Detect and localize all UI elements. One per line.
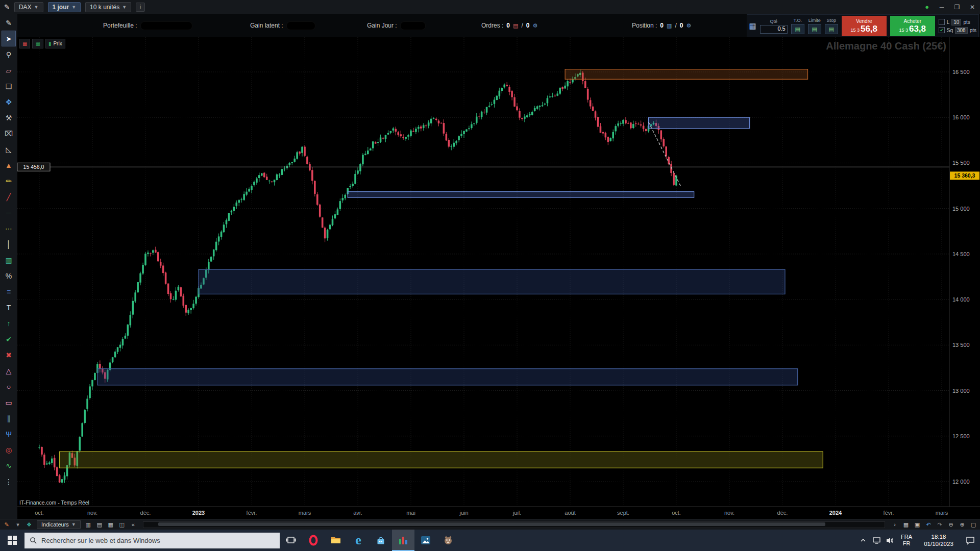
fullscreen-icon[interactable]: ▢ (969, 520, 978, 529)
validate-icon[interactable]: ✔ (2, 331, 16, 347)
measure-icon[interactable]: % (2, 268, 16, 284)
units-dropdown[interactable]: 10 k unités ▼ (85, 2, 131, 12)
demand-zone-yellow[interactable] (60, 452, 823, 468)
move-icon[interactable]: ✥ (2, 94, 16, 110)
volume-tray-button[interactable] (883, 530, 896, 551)
limit-button[interactable]: ▤ (808, 24, 821, 34)
tools-icon[interactable]: ⚒ (2, 110, 16, 126)
demand-zone-thin[interactable] (348, 192, 694, 198)
taskbar-search-input[interactable]: Rechercher sur le web et dans Windows (24, 533, 280, 548)
spread-value: 10 (951, 19, 961, 26)
dotted-line-icon[interactable]: ⋯ (2, 220, 16, 236)
edit-pencil-icon[interactable]: ✎ (4, 3, 10, 11)
eraser-icon[interactable]: ▱ (2, 62, 16, 78)
timeframe-dropdown[interactable]: 1 jour ▼ (48, 2, 81, 12)
orders-gear-icon[interactable]: ⚙ (532, 22, 537, 29)
demand-zone-low[interactable] (97, 369, 798, 385)
share-icon[interactable]: ❖ (24, 520, 34, 529)
set-square-icon[interactable]: ◺ (2, 141, 16, 157)
file-explorer-button[interactable] (325, 530, 347, 551)
chart-tab-green[interactable]: ▦ (32, 39, 43, 48)
chart-candles-icon[interactable]: ▥ (84, 520, 93, 529)
price-chart[interactable]: 16 50016 00015 50015 00014 50014 00013 5… (17, 37, 980, 519)
pitchfork-icon[interactable]: Ψ (2, 426, 16, 442)
edit-pencil-icon[interactable]: ✎ (2, 15, 16, 31)
layout-icon[interactable]: ◫ (117, 520, 127, 529)
sell-button[interactable]: Vendre 15 3 56,8 (842, 16, 887, 36)
minimize-button[interactable]: ─ (934, 1, 949, 14)
maximize-button[interactable]: ❐ (949, 1, 965, 14)
stop-button[interactable]: ▤ (825, 24, 838, 34)
task-view-button[interactable] (280, 530, 302, 551)
zoom-out-icon[interactable]: ⊖ (946, 520, 955, 529)
zoom-in-icon[interactable]: ⊕ (958, 520, 967, 529)
quantity-input[interactable]: 0.5 (760, 25, 788, 34)
indicators-button[interactable]: Indicateurs ▼ (37, 520, 81, 529)
taskbar-clock[interactable]: 18:18 01/10/2023 (917, 533, 961, 547)
draw-pencil-icon[interactable]: ✏ (2, 173, 16, 189)
snapshot-icon[interactable]: ▣ (913, 520, 922, 529)
cancel-icon[interactable]: ✖ (2, 347, 16, 363)
hscrollbar-thumb[interactable] (158, 522, 825, 526)
store-app-button[interactable] (370, 530, 392, 551)
hidden-icons-button[interactable] (856, 530, 870, 551)
language-indicator[interactable]: FRA FR (896, 534, 917, 547)
chart-type-icons: ▥▤▦◫« (84, 520, 138, 529)
ellipse-tool-icon[interactable]: ○ (2, 379, 16, 394)
edge-app-button[interactable]: e (347, 530, 370, 551)
circle-tool-icon[interactable]: ◎ (2, 442, 16, 458)
demand-zone-mid[interactable] (199, 269, 785, 294)
channel-tool-icon[interactable]: ∥ (2, 410, 16, 426)
action-center-button[interactable] (961, 530, 980, 551)
l-checkbox[interactable] (939, 19, 945, 25)
chart-hscrollbar[interactable] (143, 521, 885, 528)
caret-down-icon[interactable]: ▾ (13, 520, 22, 529)
cone-icon[interactable]: ▲ (2, 157, 16, 173)
start-button[interactable] (0, 530, 24, 551)
collapse-left-icon[interactable]: « (129, 520, 138, 529)
arrow-up-icon[interactable]: ↑ (2, 315, 16, 331)
delete-icon[interactable]: ⌧ (2, 126, 16, 141)
orders-list-icon[interactable]: ▤ (513, 22, 518, 29)
trend-line-icon[interactable]: ╱ (2, 189, 16, 205)
chart-grid-icon[interactable]: ▦ (106, 520, 115, 529)
buy-button[interactable]: Acheter 15 3 63,8 (890, 16, 935, 36)
instrument-dropdown[interactable]: DAX ▼ (14, 2, 43, 12)
cursor-icon[interactable]: ➤ (2, 31, 16, 46)
price-series-tab[interactable]: ▮ Prix (45, 39, 65, 48)
more-tools-icon[interactable]: ⋮ (2, 473, 16, 489)
trading-app-button[interactable] (392, 530, 414, 551)
duplicate-icon[interactable]: ❏ (2, 78, 16, 94)
position-list-icon[interactable]: ▥ (667, 22, 672, 29)
curve-tool-icon[interactable]: ∿ (2, 458, 16, 473)
chart-bars-icon[interactable]: ▤ (95, 520, 104, 529)
display-tray-button[interactable] (870, 530, 883, 551)
spread-unit: pts (963, 19, 970, 25)
rectangle-tool-icon[interactable]: ▭ (2, 394, 16, 410)
chart-tab-red[interactable]: ▦ (19, 39, 30, 48)
redo-icon[interactable]: ↷ (935, 520, 944, 529)
info-icon[interactable]: i (136, 3, 145, 12)
calendar-icon[interactable]: ▦ (901, 520, 911, 529)
segment-icon[interactable]: ─ (2, 205, 16, 220)
scroll-right-icon[interactable]: › (890, 520, 899, 529)
close-button[interactable]: ✕ (965, 1, 980, 14)
supply-zone-orange[interactable] (565, 69, 807, 80)
gimp-app-button[interactable] (437, 530, 459, 551)
supply-zone-blue[interactable] (649, 117, 750, 128)
magnifier-icon[interactable]: ⚲ (2, 46, 16, 62)
candlestick-tool-icon[interactable]: ▥ (2, 252, 16, 268)
position-gear-icon[interactable]: ⚙ (686, 22, 691, 29)
photos-app-button[interactable] (414, 530, 437, 551)
to-button[interactable]: ▤ (791, 24, 804, 34)
sq-checkbox[interactable]: ✔ (939, 27, 945, 33)
calculator-icon[interactable]: ▦ (749, 21, 756, 31)
brush-icon[interactable]: ✎ (2, 520, 11, 529)
text-tool-icon[interactable]: T (2, 299, 16, 315)
opera-app-button[interactable] (302, 530, 325, 551)
undo-icon[interactable]: ↶ (924, 520, 933, 529)
vertical-line-icon[interactable]: │ (2, 236, 16, 252)
triangle-tool-icon[interactable]: △ (2, 363, 16, 379)
fibonacci-icon[interactable]: ≡ (2, 284, 16, 299)
redacted-gain-day-value (400, 21, 426, 30)
